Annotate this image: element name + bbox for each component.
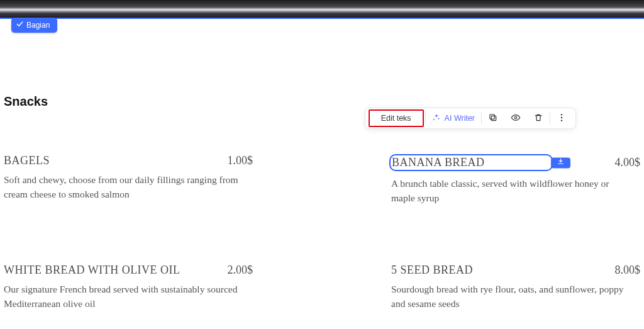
drag-handle[interactable] xyxy=(551,157,570,168)
item-name[interactable]: BAGELS xyxy=(4,154,50,167)
sparkle-icon xyxy=(432,113,441,124)
ai-writer-button[interactable]: AI Writer xyxy=(426,108,481,128)
more-vertical-icon xyxy=(557,113,567,125)
section-title[interactable]: Snacks xyxy=(4,94,640,109)
duplicate-button[interactable] xyxy=(482,108,504,128)
item-description[interactable]: Soft and chewy, choose from our daily fi… xyxy=(4,172,243,202)
download-icon xyxy=(557,157,565,169)
menu-item[interactable]: 5 SEED BREAD 8.00$ Sourdough bread with … xyxy=(391,264,640,311)
item-name[interactable]: 5 SEED BREAD xyxy=(391,264,473,277)
item-description[interactable]: A brunch table classic, served with wild… xyxy=(391,176,630,206)
hero-image xyxy=(0,0,644,19)
item-price[interactable]: 8.00$ xyxy=(615,264,641,277)
item-name[interactable]: BANANA BREAD xyxy=(392,156,485,169)
item-description[interactable]: Sourdough bread with rye flour, oats, an… xyxy=(391,282,630,311)
delete-button[interactable] xyxy=(527,108,550,128)
svg-rect-1 xyxy=(490,114,494,119)
item-description[interactable]: Our signature French bread served with s… xyxy=(4,282,243,311)
section-badge[interactable]: Bagian xyxy=(11,18,57,33)
copy-icon xyxy=(488,113,498,125)
item-price[interactable]: 2.00$ xyxy=(228,264,253,277)
visibility-button[interactable] xyxy=(504,108,527,128)
item-name[interactable]: WHITE BREAD WITH OLIVE OIL xyxy=(4,264,180,277)
eye-icon xyxy=(511,113,521,125)
element-toolbar: Edit teks AI Writer xyxy=(365,108,576,129)
check-icon xyxy=(16,21,23,30)
item-price[interactable]: 4.00$ xyxy=(615,156,641,169)
svg-point-3 xyxy=(561,114,562,115)
edit-text-button[interactable]: Edit teks xyxy=(375,111,418,126)
more-button[interactable] xyxy=(550,108,573,128)
svg-point-4 xyxy=(561,116,562,118)
item-price[interactable]: 1.00$ xyxy=(228,154,253,167)
svg-rect-0 xyxy=(491,116,496,120)
edit-text-label: Edit teks xyxy=(381,114,411,123)
svg-point-5 xyxy=(561,120,562,121)
menu-item[interactable]: WHITE BREAD WITH OLIVE OIL 2.00$ Our sig… xyxy=(4,264,253,311)
trash-icon xyxy=(533,113,543,125)
svg-point-2 xyxy=(514,116,517,119)
menu-grid: BAGELS 1.00$ Soft and chewy, choose from… xyxy=(4,154,640,311)
ai-writer-label: AI Writer xyxy=(445,114,475,123)
selected-text-element[interactable]: BANANA BREAD xyxy=(389,154,553,171)
highlight-box: Edit teks xyxy=(369,109,424,127)
section-badge-label: Bagian xyxy=(26,21,50,30)
menu-item[interactable]: BANANA BREAD 4.00$ A brunch table classi… xyxy=(391,154,640,206)
menu-item[interactable]: BAGELS 1.00$ Soft and chewy, choose from… xyxy=(4,154,253,206)
